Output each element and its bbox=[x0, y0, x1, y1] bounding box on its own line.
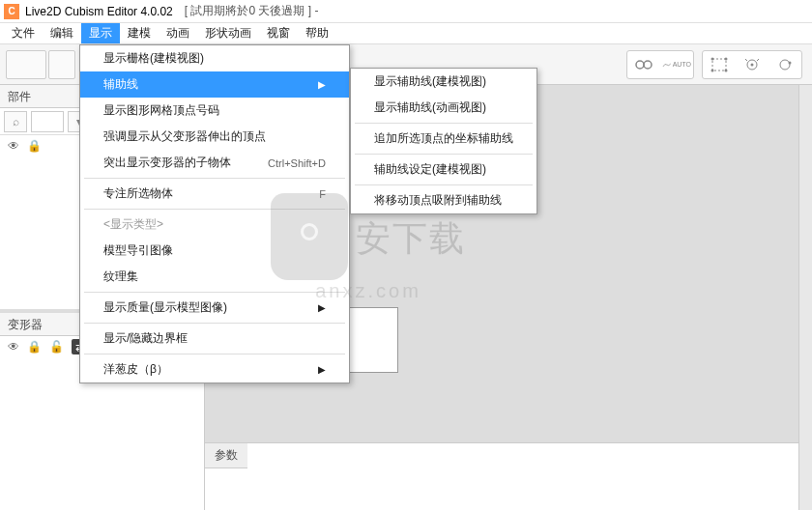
svg-point-8 bbox=[751, 63, 754, 66]
tool-icon-a[interactable] bbox=[629, 53, 658, 76]
menu-item[interactable]: 专注所选物体F bbox=[80, 181, 349, 207]
guides-submenu: 显示辅助线(建模视图)显示辅助线(动画视图)追加所选顶点的坐标辅助线辅助线设定(… bbox=[350, 68, 537, 214]
chevron-right-icon: ▶ bbox=[318, 364, 326, 375]
tool-group-1: AUTO bbox=[626, 50, 694, 79]
unlock-icon[interactable]: 🔓 bbox=[49, 340, 64, 354]
svg-point-0 bbox=[636, 61, 644, 69]
chevron-right-icon: ▶ bbox=[318, 79, 326, 90]
svg-point-6 bbox=[725, 69, 728, 71]
svg-point-9 bbox=[780, 60, 790, 70]
menu-item[interactable]: 显示质量(显示模型图像)▶ bbox=[80, 295, 349, 321]
menu-item[interactable]: 突出显示变形器的子物体Ctrl+Shift+D bbox=[80, 150, 349, 176]
menu-建模[interactable]: 建模 bbox=[120, 23, 159, 43]
svg-point-4 bbox=[725, 57, 728, 60]
menu-item[interactable]: 显示/隐藏边界框 bbox=[80, 326, 349, 352]
app-title: Live2D Cubism Editor 4.0.02 bbox=[25, 5, 173, 18]
menu-item[interactable]: 辅助线▶ bbox=[80, 71, 349, 98]
toolbar-btn-1[interactable] bbox=[6, 50, 46, 79]
tool-icon-b[interactable]: AUTO bbox=[662, 53, 691, 76]
menu-item[interactable]: 显示辅助线(建模视图) bbox=[351, 69, 536, 95]
separator bbox=[84, 209, 345, 210]
eye-icon[interactable]: 👁 bbox=[8, 340, 19, 354]
menu-item[interactable]: 将移动顶点吸附到辅助线 bbox=[351, 187, 536, 213]
separator bbox=[355, 123, 533, 124]
rotate-icon[interactable] bbox=[770, 53, 799, 76]
trial-notice: [ 試用期將於0 天後過期 ] - bbox=[185, 3, 319, 19]
menu-item[interactable]: 显示栅格(建模视图) bbox=[80, 45, 349, 71]
menubar: 文件编辑显示建模动画形状动画视窗帮助 bbox=[0, 23, 812, 44]
menu-item[interactable]: 纹理集 bbox=[80, 264, 349, 290]
toolbar-btn-2[interactable] bbox=[48, 50, 75, 79]
titlebar: C Live2D Cubism Editor 4.0.02 [ 試用期將於0 天… bbox=[0, 0, 812, 23]
menu-视窗[interactable]: 视窗 bbox=[259, 23, 298, 43]
separator bbox=[84, 354, 345, 354]
target-icon[interactable] bbox=[738, 53, 767, 76]
menu-item[interactable]: 显示图形网格顶点号码 bbox=[80, 98, 349, 124]
menu-item: <显示类型> bbox=[80, 212, 349, 238]
menu-item[interactable]: 辅助线设定(建模视图) bbox=[351, 156, 536, 183]
menu-显示[interactable]: 显示 bbox=[81, 23, 120, 43]
separator bbox=[355, 184, 533, 185]
chevron-right-icon: ▶ bbox=[318, 302, 326, 313]
separator bbox=[84, 178, 345, 179]
menu-编辑[interactable]: 编辑 bbox=[43, 23, 81, 43]
filter-box[interactable] bbox=[31, 111, 64, 132]
right-gutter bbox=[798, 85, 812, 510]
separator bbox=[84, 292, 345, 293]
menu-动画[interactable]: 动画 bbox=[159, 23, 197, 43]
menu-帮助[interactable]: 帮助 bbox=[298, 23, 336, 43]
separator bbox=[84, 323, 345, 324]
svg-point-10 bbox=[789, 61, 792, 64]
menu-item[interactable]: 模型导引图像 bbox=[80, 238, 349, 264]
param-tab[interactable]: 参数 bbox=[205, 443, 247, 468]
lock-icon[interactable]: 🔒 bbox=[27, 340, 42, 354]
tool-group-2 bbox=[702, 50, 802, 79]
menu-item[interactable]: 追加所选顶点的坐标辅助线 bbox=[351, 126, 536, 152]
display-menu: 显示栅格(建模视图)辅助线▶显示图形网格顶点号码强调显示从父变形器伸出的顶点突出… bbox=[79, 44, 350, 383]
svg-point-5 bbox=[711, 69, 714, 71]
svg-rect-2 bbox=[712, 59, 726, 71]
app-icon: C bbox=[4, 4, 19, 19]
eye-icon[interactable]: 👁 bbox=[8, 139, 19, 153]
svg-point-3 bbox=[711, 57, 714, 60]
lock-icon[interactable]: 🔒 bbox=[27, 139, 42, 153]
param-panel: 参数 bbox=[205, 442, 798, 510]
menu-item[interactable]: 显示辅助线(动画视图) bbox=[351, 95, 536, 121]
svg-point-1 bbox=[644, 61, 652, 69]
separator bbox=[355, 154, 533, 155]
menu-item[interactable]: 洋葱皮（β）▶ bbox=[80, 356, 349, 382]
menu-item[interactable]: 强调显示从父变形器伸出的顶点 bbox=[80, 124, 349, 150]
menu-文件[interactable]: 文件 bbox=[4, 23, 43, 43]
menu-形状动画[interactable]: 形状动画 bbox=[197, 23, 259, 43]
grid-icon[interactable] bbox=[705, 53, 734, 76]
search-icon[interactable]: ⌕ bbox=[4, 111, 27, 132]
